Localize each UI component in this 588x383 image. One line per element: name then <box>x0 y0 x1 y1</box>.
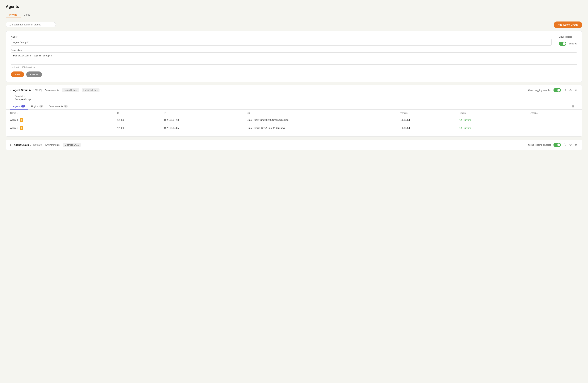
toolbar: Add Agent Group <box>6 22 582 28</box>
col-header-actions: Actions <box>531 110 578 116</box>
col-header-ip: IP <box>164 110 247 116</box>
char-limit-text: Limit up to 1024 characters. <box>11 66 577 68</box>
group-a-desc-value: Example Group <box>15 98 578 101</box>
agent-1-actions <box>531 116 578 124</box>
agent-2-status-dot <box>460 127 462 129</box>
group-a-actions: Cloud logging enabled ⏱ ⚙ 🗑 <box>528 88 578 92</box>
agent-1-id: 281020 <box>117 116 164 124</box>
agent-2-name-cell: Agent 2 ! <box>10 124 117 132</box>
environments-badge: 2 <box>64 105 68 108</box>
search-wrap <box>6 22 56 27</box>
inner-tab-agents[interactable]: Agents 2 <box>10 103 28 110</box>
agent-2-actions <box>531 124 578 132</box>
group-b-env-label: Environments: <box>45 143 60 146</box>
group-b-settings-button[interactable]: ⚙ <box>569 143 572 147</box>
group-a-env-badge-1[interactable]: Default Envi... <box>62 88 79 92</box>
search-input[interactable] <box>12 23 53 26</box>
group-b-id: (192720) <box>33 143 42 146</box>
group-a-env-label: Environments: <box>45 89 60 91</box>
page-title: Agents <box>6 4 582 9</box>
group-b-name: Agent Group B <box>14 143 31 146</box>
cloud-logging-group: Cloud logging Enabled <box>559 36 577 46</box>
agent-1-name: Agent 1 <box>10 119 18 121</box>
group-a-desc-label: Description <box>15 95 578 98</box>
inner-tab-environments[interactable]: Environments 2 <box>46 103 70 110</box>
group-a-description-section: Description Example Group <box>6 95 582 103</box>
agent-1-name-cell: Agent 1 ! <box>10 116 117 124</box>
col-header-os: OS <box>247 110 400 116</box>
group-a-cloud-logging-toggle[interactable] <box>553 88 561 92</box>
add-agent-group-button[interactable]: Add Agent Group <box>554 22 582 28</box>
group-a-name: Agent Group A <box>13 89 31 91</box>
cloud-logging-toggle[interactable] <box>559 42 566 46</box>
svg-line-1 <box>10 25 11 26</box>
agent-2-ip: 192.168.64.25 <box>164 124 247 132</box>
group-a-clock-button[interactable]: ⏱ <box>563 88 567 92</box>
col-header-version: Version <box>400 110 460 116</box>
form-actions: Save Cancel <box>11 71 577 77</box>
col-header-status: Status <box>460 110 531 116</box>
agent-group-card-b: ▶ Agent Group B (192720) Environments: E… <box>6 140 582 150</box>
cloud-logging-label: Cloud logging <box>559 36 577 38</box>
table-row: Agent 2 ! 281030 192.168.64.25 Linux Deb… <box>10 124 578 132</box>
name-label: Name* <box>11 36 552 38</box>
col-header-id: ID <box>117 110 164 116</box>
agent-group-form-card: Name* Cloud logging Enabled Description … <box>6 31 582 82</box>
group-b-chevron[interactable]: ▶ <box>10 144 12 146</box>
group-a-env-badge-2[interactable]: Example Env... <box>82 88 100 92</box>
inner-tab-plugins[interactable]: Plugins 0 <box>28 103 46 110</box>
agent-2-version: 11.30.1.1 <box>400 124 460 132</box>
agent-1-status-dot <box>460 119 462 121</box>
description-label: Description <box>11 49 577 51</box>
agents-table: Name ↑ ID IP OS Version Status Actions A… <box>10 110 578 132</box>
search-icon <box>8 23 11 26</box>
group-b-header: ▶ Agent Group B (192720) Environments: E… <box>6 140 582 150</box>
cancel-button[interactable]: Cancel <box>26 71 42 77</box>
group-b-env-badge-1[interactable]: Example Env... <box>63 143 81 147</box>
agent-2-os: Linux Debian GNU/Linux 11 (bullseye) <box>247 124 400 132</box>
group-a-header: ▾ Agent Group A (171230) Environments: D… <box>6 85 582 95</box>
col-header-name: Name ↑ <box>10 110 117 116</box>
group-b-cloud-logging-label: Cloud logging enabled <box>528 143 551 146</box>
plugins-badge: 0 <box>39 105 43 108</box>
group-b-actions: Cloud logging enabled ⏱ ⚙ 🗑 <box>528 143 578 147</box>
agent-1-version: 11.30.1.1 <box>400 116 460 124</box>
main-tabs: Private Cloud <box>6 12 582 18</box>
group-a-id: (171230) <box>33 89 42 91</box>
group-a-delete-button[interactable]: 🗑 <box>574 88 578 92</box>
tab-cloud[interactable]: Cloud <box>21 12 34 18</box>
agents-badge: 2 <box>21 105 25 108</box>
group-a-chevron[interactable]: ▾ <box>10 89 11 91</box>
tab-private[interactable]: Private <box>6 12 21 18</box>
agent-1-warning-icon: ! <box>20 118 23 122</box>
group-b-clock-button[interactable]: ⏱ <box>563 143 567 147</box>
group-b-delete-button[interactable]: 🗑 <box>574 143 578 147</box>
agent-2-id: 281030 <box>117 124 164 132</box>
description-input[interactable]: Description of Agent Group C <box>11 52 577 65</box>
save-button[interactable]: Save <box>11 71 24 77</box>
agent-2-name: Agent 2 <box>10 127 18 129</box>
agent-1-os: Linux Rocky Linux 8.10 (Green Obsidian) <box>247 116 400 124</box>
name-field-group: Name* <box>11 36 552 46</box>
agent-1-status: Running <box>460 116 531 124</box>
add-agent-icon[interactable]: + <box>576 105 578 108</box>
group-a-inner-tabs-bar: Agents 2 Plugins 0 Environments 2 ⊞ + <box>6 103 582 110</box>
name-input[interactable] <box>11 39 552 45</box>
agent-group-card-a: ▾ Agent Group A (171230) Environments: D… <box>6 85 582 137</box>
group-a-settings-button[interactable]: ⚙ <box>569 88 572 92</box>
agent-1-ip: 192.168.64.18 <box>164 116 247 124</box>
agent-2-warning-icon: ! <box>20 126 23 130</box>
cloud-logging-toggle-label: Enabled <box>568 42 577 45</box>
grid-icon[interactable]: ⊞ <box>572 105 574 108</box>
agent-2-status: Running <box>460 124 531 132</box>
table-row: Agent 1 ! 281020 192.168.64.18 Linux Roc… <box>10 116 578 124</box>
agents-table-wrap: Name ↑ ID IP OS Version Status Actions A… <box>6 110 582 136</box>
group-a-cloud-logging-label: Cloud logging enabled <box>528 89 551 91</box>
group-b-cloud-logging-toggle[interactable] <box>553 143 561 147</box>
